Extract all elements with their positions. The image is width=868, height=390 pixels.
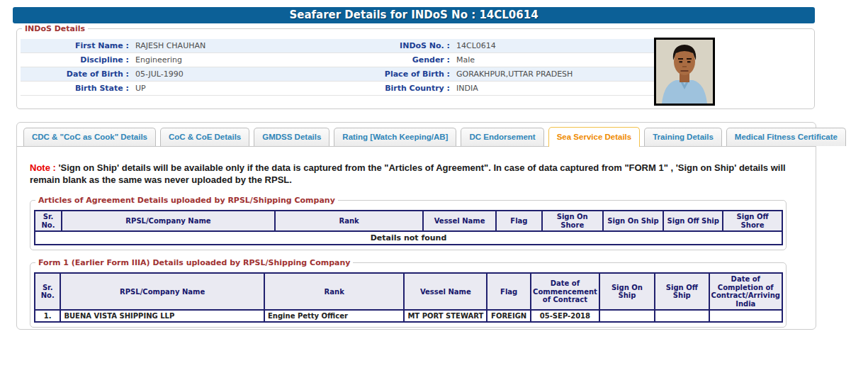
completion-date-cell xyxy=(709,310,782,322)
column-header-completion-date: Date of Completion of Contract/Arriving … xyxy=(709,273,782,310)
discipline-label: Discipline : xyxy=(21,55,134,65)
sign-on-ship-note: Note : 'Sign on Ship' details will be av… xyxy=(30,162,794,186)
birth-state-label: Birth State : xyxy=(21,84,134,93)
sea-service-tab-content: Note : 'Sign on Ship' details will be av… xyxy=(17,147,816,328)
column-header-vessel-name: Vessel Name xyxy=(404,273,487,310)
tab-coc-coe-details[interactable]: CoC & CoE Details xyxy=(160,128,249,146)
indos-details-grid: First Name : RAJESH CHAUHAN INDoS No. : … xyxy=(21,39,656,96)
detail-row: First Name : RAJESH CHAUHAN INDoS No. : … xyxy=(21,39,656,53)
detail-row: Birth State : UP Birth Country : INDIA xyxy=(21,82,656,96)
column-header-sign-on-ship: Sign On Ship xyxy=(599,273,655,310)
column-header-sr-no: Sr. No. xyxy=(35,273,60,310)
column-header-flag: Flag xyxy=(487,273,531,310)
articles-of-agreement-panel: Articles of Agreement Details uploaded b… xyxy=(30,200,787,250)
column-header-rpsl-company: RPSL/Company Name xyxy=(60,273,264,310)
gender-label: Gender : xyxy=(337,55,455,65)
indos-no-value: 14CL0614 xyxy=(455,41,656,50)
sr-no-cell: 1. xyxy=(35,310,60,322)
rpsl-company-cell: BUENA VISTA SHIPPING LLP xyxy=(60,310,264,322)
column-header-sign-on-ship: Sign On Ship xyxy=(603,211,664,231)
flag-cell: FOREIGN xyxy=(487,310,531,322)
portrait-illustration xyxy=(656,40,713,104)
tab-rating-watch-keeping-ab[interactable]: Rating [Watch Keeping/AB] xyxy=(334,128,456,146)
form1-details-panel: Form 1 (Earlier Form IIIA) Details uploa… xyxy=(30,262,787,328)
table-header-row: Sr. No. RPSL/Company Name Rank Vessel Na… xyxy=(35,211,782,231)
first-name-value: RAJESH CHAUHAN xyxy=(134,41,337,50)
column-header-sign-off-shore: Sign Off Shore xyxy=(723,211,782,231)
place-of-birth-label: Place of Birth : xyxy=(337,69,455,79)
note-text: 'Sign on Ship' details will be available… xyxy=(30,162,786,185)
column-header-commencement-date: Date of Commencement of Contract xyxy=(531,273,599,310)
tab-strip: CDC & "CoC as Cook" Details CoC & CoE De… xyxy=(17,123,816,147)
empty-result-row: Details not found xyxy=(35,231,782,245)
column-header-sign-off-ship: Sign Off Ship xyxy=(655,273,709,310)
form1-details-table: Sr. No. RPSL/Company Name Rank Vessel Na… xyxy=(34,272,783,323)
birth-country-value: INDIA xyxy=(455,84,656,93)
indos-no-label: INDoS No. : xyxy=(337,41,455,50)
birth-country-label: Birth Country : xyxy=(337,84,455,93)
articles-of-agreement-legend: Articles of Agreement Details uploaded b… xyxy=(35,195,338,206)
gender-value: Male xyxy=(455,55,656,65)
column-header-vessel-name: Vessel Name xyxy=(423,211,496,231)
seafarer-details-page: Seafarer Details for INDoS No : 14CL0614… xyxy=(0,0,868,390)
birth-state-value: UP xyxy=(134,84,337,93)
tab-training-details[interactable]: Training Details xyxy=(644,128,722,146)
page-title: Seafarer Details for INDoS No : 14CL0614 xyxy=(13,7,815,23)
table-row: 1. BUENA VISTA SHIPPING LLP Engine Petty… xyxy=(35,310,782,322)
column-header-sign-off-ship: Sign Off Ship xyxy=(663,211,723,231)
column-header-flag: Flag xyxy=(496,211,542,231)
date-of-birth-value: 05-JUL-1990 xyxy=(134,69,337,79)
discipline-value: Engineering xyxy=(134,55,337,65)
tab-gmdss-details[interactable]: GMDSS Details xyxy=(254,128,329,146)
articles-of-agreement-table: Sr. No. RPSL/Company Name Rank Vessel Na… xyxy=(34,210,783,245)
indos-details-panel: INDoS Details First Name : RAJESH CHAUHA… xyxy=(16,28,815,109)
table-header-row: Sr. No. RPSL/Company Name Rank Vessel Na… xyxy=(35,273,782,310)
tab-panel-container: CDC & "CoC as Cook" Details CoC & CoE De… xyxy=(16,122,816,330)
vessel-name-cell: MT PORT STEWART xyxy=(404,310,487,322)
rank-cell: Engine Petty Officer xyxy=(264,310,404,322)
column-header-sign-on-shore: Sign On Shore xyxy=(542,211,603,231)
date-of-birth-label: Date of Birth : xyxy=(21,69,134,79)
place-of-birth-value: GORAKHPUR,UTTAR PRADESH xyxy=(455,69,656,79)
tab-dc-endorsement[interactable]: DC Endorsement xyxy=(461,128,543,146)
tab-cdc-coc-as-cook-details[interactable]: CDC & "CoC as Cook" Details xyxy=(23,128,156,146)
note-prefix: Note : xyxy=(30,162,56,173)
detail-row: Discipline : Engineering Gender : Male xyxy=(21,53,656,67)
column-header-rpsl-company: RPSL/Company Name xyxy=(62,211,275,231)
column-header-sr-no: Sr. No. xyxy=(35,211,62,231)
column-header-rank: Rank xyxy=(275,211,423,231)
commencement-date-cell: 05-SEP-2018 xyxy=(531,310,599,322)
details-not-found-message: Details not found xyxy=(35,231,782,245)
form1-details-legend: Form 1 (Earlier Form IIIA) Details uploa… xyxy=(35,257,353,268)
indos-details-legend: INDoS Details xyxy=(22,23,88,34)
seafarer-photo xyxy=(654,38,715,106)
column-header-rank: Rank xyxy=(264,273,404,310)
tab-medical-fitness-certificate[interactable]: Medical Fitness Certificate xyxy=(726,128,846,146)
first-name-label: First Name : xyxy=(21,41,134,50)
sign-on-ship-cell xyxy=(599,310,655,322)
sign-off-ship-cell xyxy=(655,310,709,322)
detail-row: Date of Birth : 05-JUL-1990 Place of Bir… xyxy=(21,67,656,82)
tab-sea-service-details[interactable]: Sea Service Details xyxy=(548,127,641,147)
